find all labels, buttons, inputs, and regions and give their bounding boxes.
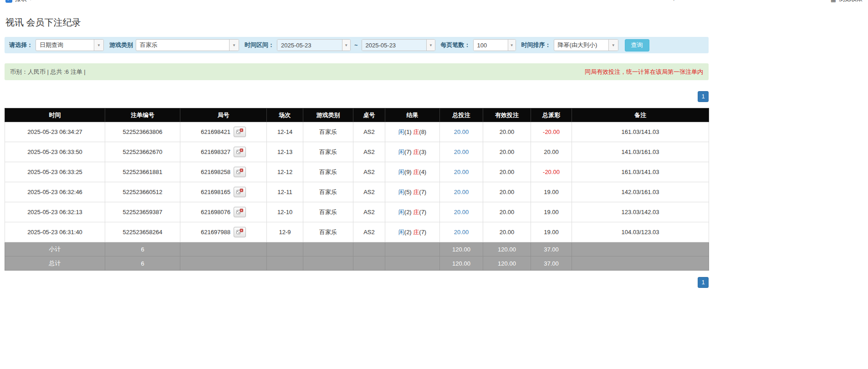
subtotal-row: 小计 6 120.00 120.00 37.00 xyxy=(5,242,709,256)
game-type-cell: 百家乐 xyxy=(303,202,353,222)
bet-records-table: 时间 注单编号 局号 场次 游戏类别 桌号 结果 总投注 有效投注 总派彩 备注… xyxy=(5,108,709,271)
result-player-label: 闲 xyxy=(398,169,404,175)
total-bet-link[interactable]: 20.00 xyxy=(454,209,469,215)
payout-cell: 19.00 xyxy=(531,202,572,222)
payout-value: 19.00 xyxy=(544,209,559,215)
time-cell: 2025-05-23 06:32:13 xyxy=(5,202,105,222)
page-size-picker[interactable]: ▼ xyxy=(473,39,516,51)
time-cell: 2025-05-23 06:31:40 xyxy=(5,222,105,242)
result-player-label: 闲 xyxy=(398,229,404,236)
chevron-down-icon[interactable]: ▼ xyxy=(342,40,350,51)
round-cell: 621698165 xyxy=(180,182,267,202)
empty-cell xyxy=(303,256,353,271)
session-cell: 12-10 xyxy=(267,202,303,222)
round-detail-button[interactable] xyxy=(234,147,246,157)
top-right-menu-label[interactable]: 浏览权限 xyxy=(839,0,863,3)
result-player-value: (2) xyxy=(404,209,412,215)
total-bet-link[interactable]: 20.00 xyxy=(454,189,469,195)
round-detail-button[interactable] xyxy=(234,227,246,237)
payout-value: -20.00 xyxy=(543,128,560,135)
total-payout: 37.00 xyxy=(531,256,572,271)
result-cell: 闲(1) 庄(8) xyxy=(385,122,440,142)
total-bet-link[interactable]: 20.00 xyxy=(454,149,469,155)
result-player-value: (9) xyxy=(404,169,412,175)
round-id: 621698421 xyxy=(201,128,230,135)
page-1-button[interactable]: 1 xyxy=(698,277,709,288)
dice-icon xyxy=(236,209,243,216)
table-no-cell: AS2 xyxy=(353,182,385,202)
time-cell: 2025-05-23 06:33:50 xyxy=(5,142,105,162)
result-cell: 闲(9) 庄(4) xyxy=(385,162,440,182)
date-from-input[interactable] xyxy=(277,40,342,51)
date-to-input[interactable] xyxy=(362,40,427,51)
top-left-menu[interactable]: ✓ 报表 ▾ xyxy=(5,0,32,3)
total-bet-link[interactable]: 20.00 xyxy=(454,128,469,135)
date-range-label: 时间区间： xyxy=(245,41,274,49)
date-from-picker[interactable]: ▼ xyxy=(277,39,351,51)
round-id: 621698076 xyxy=(201,209,230,215)
valid-bet-cell: 20.00 xyxy=(483,122,531,142)
round-id: 621698258 xyxy=(201,169,230,175)
session-cell: 12-13 xyxy=(267,142,303,162)
note-cell: 161.03/141.03 xyxy=(572,162,709,182)
sort-order-value: 降幂(由大到小) xyxy=(554,40,608,51)
pagination-top: 1 xyxy=(5,91,709,102)
empty-cell xyxy=(180,242,267,256)
query-type-label: 请选择： xyxy=(9,41,33,49)
col-header-valid-bet: 有效投注 xyxy=(483,108,531,122)
chevron-down-icon[interactable]: ▼ xyxy=(508,40,516,51)
subtotal-count: 6 xyxy=(105,242,180,256)
total-bet-link[interactable]: 20.00 xyxy=(454,169,469,175)
total-bet-link[interactable]: 20.00 xyxy=(454,229,469,236)
col-header-payout: 总派彩 xyxy=(531,108,572,122)
valid-bet-cell: 20.00 xyxy=(483,202,531,222)
dice-icon xyxy=(236,149,243,156)
top-right-menu[interactable]: ▦ 浏览权限 xyxy=(831,0,863,3)
chevron-down-icon[interactable]: ▼ xyxy=(608,40,618,51)
valid-bet-cell: 20.00 xyxy=(483,142,531,162)
round-cell: 621698258 xyxy=(180,162,267,182)
col-header-total-bet: 总投注 xyxy=(440,108,483,122)
chevron-down-icon[interactable]: ▼ xyxy=(426,40,434,51)
round-cell: 621698327 xyxy=(180,142,267,162)
game-type-select[interactable]: 百家乐 ▼ xyxy=(136,39,239,51)
round-detail-button[interactable] xyxy=(234,207,246,217)
query-type-group: 请选择： 日期查询 ▼ xyxy=(9,39,104,51)
search-button[interactable]: 查询 xyxy=(625,39,649,51)
result-banker-value: (7) xyxy=(419,189,426,195)
chevron-down-icon[interactable]: ▼ xyxy=(229,40,239,51)
page-size-input[interactable] xyxy=(474,40,508,51)
table-header-row: 时间 注单编号 局号 场次 游戏类别 桌号 结果 总投注 有效投注 总派彩 备注 xyxy=(5,108,709,122)
result-player-label: 闲 xyxy=(398,128,404,135)
query-type-select[interactable]: 日期查询 ▼ xyxy=(36,39,104,51)
payout-value: 19.00 xyxy=(544,229,559,236)
result-player-value: (7) xyxy=(404,149,412,155)
empty-cell xyxy=(385,256,440,271)
result-banker-value: (8) xyxy=(419,128,426,135)
date-to-picker[interactable]: ▼ xyxy=(362,39,435,51)
top-nav-bar: ✓ 报表 ▾ | ▦ 浏览权限 xyxy=(0,0,868,5)
table-row: 2025-05-23 06:32:13 522523659387 6216980… xyxy=(5,202,709,222)
total-count: 6 xyxy=(105,256,180,271)
page-1-button[interactable]: 1 xyxy=(698,91,709,102)
empty-cell xyxy=(353,256,385,271)
result-banker-value: (7) xyxy=(419,209,426,215)
sort-order-select[interactable]: 降幂(由大到小) ▼ xyxy=(554,39,618,51)
table-row: 2025-05-23 06:32:46 522523660512 6216981… xyxy=(5,182,709,202)
round-detail-button[interactable] xyxy=(234,167,246,177)
top-left-menu-label[interactable]: 报表 xyxy=(15,0,27,3)
total-bet-cell: 20.00 xyxy=(440,202,483,222)
round-detail-button[interactable] xyxy=(234,127,246,137)
payout-cell: 20.00 xyxy=(531,142,572,162)
total-valid-bet: 120.00 xyxy=(483,256,531,271)
round-detail-button[interactable] xyxy=(234,187,246,197)
round-cell: 621697988 xyxy=(180,222,267,242)
total-total-bet: 120.00 xyxy=(440,256,483,271)
time-cell: 2025-05-23 06:34:27 xyxy=(5,122,105,142)
chevron-down-icon[interactable]: ▼ xyxy=(94,40,103,51)
table-row: 2025-05-23 06:31:40 522523658264 6216979… xyxy=(5,222,709,242)
note-cell: 123.03/142.03 xyxy=(572,202,709,222)
sort-order-label: 时间排序： xyxy=(521,41,551,49)
page-size-label: 每页笔数： xyxy=(441,41,470,49)
payout-value: 19.00 xyxy=(544,189,559,195)
